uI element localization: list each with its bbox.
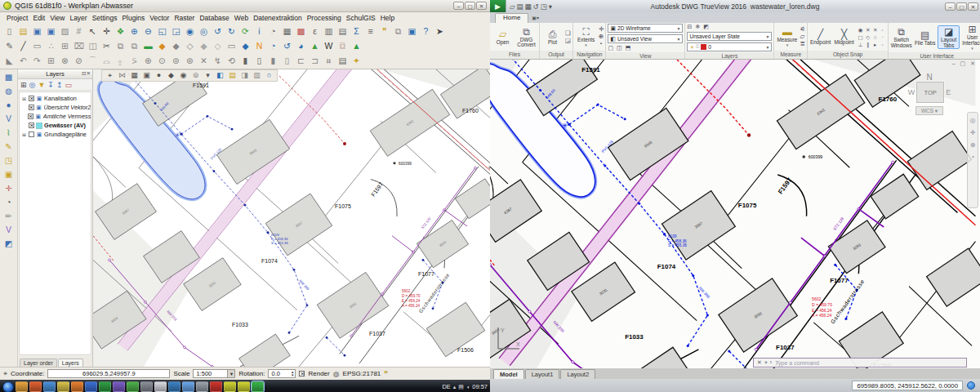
- midpoint-snap-button[interactable]: ╳Midpoint: [833, 29, 855, 46]
- menu-database[interactable]: Database: [197, 14, 231, 22]
- panel-close-icon[interactable]: ✕: [87, 70, 91, 76]
- toolbar-icon[interactable]: ∴: [45, 40, 57, 52]
- toolbar-icon[interactable]: ✦: [350, 55, 363, 67]
- maximize-button[interactable]: ▢: [465, 2, 475, 10]
- toolbar-icon[interactable]: ✛: [2, 183, 16, 194]
- toolbar-icon[interactable]: ⊙: [156, 55, 168, 67]
- menu-help[interactable]: Help: [378, 14, 397, 22]
- osnap-mode-icon[interactable]: ·: [879, 33, 886, 41]
- toolbar-icon[interactable]: ◆: [239, 40, 252, 52]
- osnap-mode-icon[interactable]: ▸: [871, 41, 879, 48]
- toolbar-icon[interactable]: ✎: [3, 40, 16, 52]
- taskbar-app-icon[interactable]: [16, 381, 28, 392]
- toolbar-icon[interactable]: ▬: [142, 40, 154, 52]
- layout-tab-layout2[interactable]: Layout2: [560, 369, 595, 379]
- toolbar-icon[interactable]: ▾: [549, 2, 552, 11]
- toolbar-icon[interactable]: ⟲: [225, 55, 238, 67]
- viewcube-east[interactable]: E: [946, 88, 951, 96]
- dwg-convert-button[interactable]: ⧉DWG Convert: [515, 26, 537, 48]
- taskbar-app-icon[interactable]: [224, 381, 236, 392]
- osnap-mode-icon[interactable]: ✕: [871, 26, 879, 33]
- endpoint-snap-button[interactable]: ╱Endpoint: [809, 29, 831, 46]
- osnap-mode-icon[interactable]: ∥: [864, 41, 871, 48]
- toolbar-icon[interactable]: ▲: [350, 40, 363, 52]
- layout-tab-layout1[interactable]: Layout1: [525, 369, 560, 379]
- toolbar-icon[interactable]: ✏: [2, 211, 16, 222]
- toolbar-icon[interactable]: ⊛: [184, 55, 196, 67]
- toolbar-icon[interactable]: ⊗: [59, 55, 71, 67]
- toolbar-icon[interactable]: ▨: [59, 25, 71, 38]
- close-button[interactable]: ✕: [968, 2, 978, 11]
- pan-hand-icon[interactable]: ✛: [970, 129, 976, 136]
- toolbar-icon[interactable]: ◆: [198, 40, 210, 52]
- toolbar-icon[interactable]: ◎: [198, 25, 210, 38]
- orbit-tool-icon[interactable]: ◔: [971, 154, 975, 161]
- coordinate-capture-icon[interactable]: ⌖: [3, 369, 7, 378]
- file-tabs-button[interactable]: ▤File Tabs: [914, 29, 936, 47]
- combo-arrow-icon[interactable]: ▼: [227, 370, 234, 377]
- toolbar-icon[interactable]: V: [2, 225, 16, 236]
- layers-panel-tool-icon[interactable]: ⊞: [20, 81, 27, 89]
- toolbar-icon[interactable]: ▮: [267, 55, 279, 67]
- toolbar-icon[interactable]: ◇: [212, 40, 224, 52]
- toolbar-icon[interactable]: ▾: [203, 70, 213, 81]
- toolbar-icon[interactable]: ▣: [45, 25, 57, 38]
- toolbar-icon[interactable]: ◇: [184, 40, 196, 52]
- toolbar-icon[interactable]: ◍: [2, 86, 16, 97]
- command-line[interactable]: ✕⌖› Type a command: [753, 358, 967, 368]
- toolbar-icon[interactable]: ↯: [212, 55, 224, 67]
- toolbar-icon[interactable]: ▦: [525, 2, 532, 11]
- layer-item[interactable]: ⊞✕▣Kanalisation: [20, 94, 91, 103]
- user-interface-button[interactable]: ⊞User Interface▾: [961, 24, 980, 51]
- toolbar-icon[interactable]: ▣: [141, 70, 152, 81]
- layer-properties-icon[interactable]: ⊟: [687, 24, 692, 30]
- menu-layer[interactable]: Layer: [67, 14, 89, 22]
- visual-style-dropdown[interactable]: ▣2D Wireframe▼: [608, 24, 683, 33]
- volume-icon[interactable]: ◖: [466, 384, 470, 390]
- full-nav-wheel-icon[interactable]: ◎: [970, 117, 976, 124]
- wcs-menu[interactable]: WCS ▾: [915, 106, 943, 115]
- toolbar-icon[interactable]: ◧: [215, 70, 225, 81]
- toolbar-icon[interactable]: ✎: [2, 141, 16, 153]
- taskbar-app-icon[interactable]: [99, 381, 111, 392]
- osnap-mode-icon[interactable]: ◉: [857, 26, 864, 33]
- osnap-mode-icon[interactable]: ▢: [857, 33, 864, 41]
- toolbar-icon[interactable]: W: [323, 40, 335, 52]
- toolbar-icon[interactable]: ▯: [281, 55, 293, 67]
- toolbar-icon[interactable]: ↖: [87, 25, 99, 38]
- switch-windows-button[interactable]: ⧉Switch Windows: [890, 26, 912, 48]
- taskbar-app-icon[interactable]: [85, 381, 97, 392]
- toolbar-icon[interactable]: ◆: [170, 40, 182, 52]
- toolbar-icon[interactable]: ○: [264, 70, 274, 81]
- toolbar-icon[interactable]: ▯: [253, 55, 265, 67]
- layer-item[interactable]: ✕▣Amtliche Vermessung: [20, 112, 91, 121]
- taskbar-app-icon[interactable]: [71, 381, 83, 392]
- toolbar-icon[interactable]: ⊕: [142, 55, 154, 67]
- language-indicator[interactable]: DE: [442, 383, 450, 390]
- scale-combobox[interactable]: 1:500▼: [193, 369, 235, 378]
- layer-expander[interactable]: ⊞: [21, 96, 27, 101]
- coordinate-input[interactable]: 696029.5,249957.9: [47, 369, 170, 378]
- toolbar-icon[interactable]: ▮: [239, 55, 252, 67]
- panel-tab-layer-order[interactable]: Layer order: [20, 359, 57, 367]
- toolbar-icon[interactable]: ▥: [323, 25, 335, 38]
- pan-icon[interactable]: ✛: [599, 26, 604, 33]
- toolbar-icon[interactable]: ▦: [281, 25, 293, 38]
- layers-panel-tool-icon[interactable]: ↥: [56, 81, 63, 89]
- layer-visibility-checkbox[interactable]: ✕: [29, 122, 34, 128]
- toolbar-icon[interactable]: ⍩: [128, 55, 140, 67]
- toolbar-icon[interactable]: ╱: [17, 40, 29, 52]
- viewcube-north[interactable]: N: [906, 73, 952, 82]
- toolbar-icon[interactable]: ⌗: [323, 55, 335, 67]
- toolbar-icon[interactable]: ⌧: [73, 40, 85, 52]
- toolbar-icon[interactable]: ▤: [336, 55, 349, 67]
- taskbar-app-icon[interactable]: [154, 381, 167, 392]
- toolbar-icon[interactable]: ◔: [267, 25, 279, 38]
- menu-vector[interactable]: Vector: [147, 14, 172, 22]
- taskbar-app-icon[interactable]: [29, 381, 42, 392]
- toolbar-icon[interactable]: ▣: [2, 169, 16, 180]
- toolbar-icon[interactable]: ε: [309, 25, 321, 38]
- toolbar-icon[interactable]: ➤: [434, 25, 446, 38]
- taskbar-app-icon[interactable]: [127, 381, 139, 392]
- ribbon-options-icon[interactable]: ▣▾: [532, 15, 539, 20]
